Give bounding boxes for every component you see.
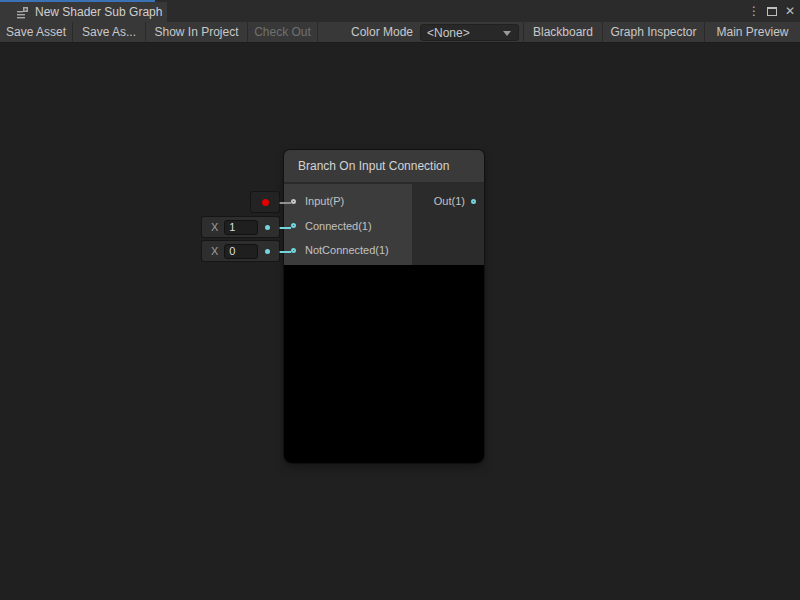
port-row-notconnected: NotConnected(1) <box>284 238 412 263</box>
connected-default-widget: X <box>202 217 279 237</box>
window-controls: ⋮ ✕ <box>746 0 798 22</box>
tab-title: New Shader Sub Graph <box>35 5 162 19</box>
color-mode-label: Color Mode <box>351 22 420 42</box>
check-out-button: Check Out <box>248 22 318 42</box>
show-in-project-button[interactable]: Show In Project <box>146 22 248 42</box>
x-field-label: X <box>211 221 218 233</box>
node-title-bar[interactable]: Branch On Input Connection <box>284 150 484 184</box>
x-field-label: X <box>211 245 218 257</box>
input-default-widget[interactable] <box>251 192 279 212</box>
node-preview-area <box>284 265 484 463</box>
save-as-button[interactable]: Save As... <box>73 22 146 42</box>
connected-value-input[interactable] <box>224 220 258 235</box>
shader-graph-window: New Shader Sub Graph ⋮ ✕ Save Asset Save… <box>0 0 800 600</box>
output-ports: Out(1) <box>412 184 484 265</box>
save-asset-button[interactable]: Save Asset <box>0 22 73 42</box>
teal-dot-icon <box>265 225 270 230</box>
graph-toolbar: Save Asset Save As... Show In Project Ch… <box>0 22 800 43</box>
graph-inspector-toggle-button[interactable]: Graph Inspector <box>603 22 705 42</box>
input-ports: Input(P) Connected(1) NotConnected(1) <box>284 184 412 265</box>
red-dot-icon <box>262 199 269 206</box>
port-row-connected: Connected(1) <box>284 214 412 239</box>
close-icon[interactable]: ✕ <box>782 2 798 20</box>
node-port-section: Input(P) Connected(1) NotConnected(1) Ou… <box>284 184 484 265</box>
out-port-label: Out(1) <box>434 195 465 207</box>
connected-port-label: Connected(1) <box>305 220 372 232</box>
sub-graph-icon <box>16 6 29 19</box>
out-port-circle[interactable] <box>471 199 476 204</box>
maximize-icon[interactable] <box>764 2 780 20</box>
input-port-label: Input(P) <box>305 195 344 207</box>
notconnected-port-circle[interactable] <box>291 248 296 253</box>
node-title: Branch On Input Connection <box>298 159 449 173</box>
toolbar-spacer <box>318 22 351 42</box>
chevron-down-icon <box>503 31 511 36</box>
input-port-circle[interactable] <box>291 199 296 204</box>
port-row-input: Input(P) <box>284 189 412 214</box>
color-mode-value: <None> <box>427 26 470 40</box>
tab-bar: New Shader Sub Graph ⋮ ✕ <box>0 0 800 22</box>
port-row-out: Out(1) <box>412 189 484 213</box>
teal-dot-icon <box>265 249 270 254</box>
blackboard-toggle-button[interactable]: Blackboard <box>523 22 603 42</box>
notconnected-value-input[interactable] <box>224 244 258 259</box>
notconnected-port-label: NotConnected(1) <box>305 244 389 256</box>
color-mode-dropdown[interactable]: <None> <box>420 24 519 41</box>
window-menu-icon[interactable]: ⋮ <box>746 2 762 20</box>
node-branch-on-input-connection[interactable]: Branch On Input Connection Input(P) Conn… <box>284 150 484 463</box>
connected-port-circle[interactable] <box>291 223 296 228</box>
tab-new-shader-sub-graph[interactable]: New Shader Sub Graph <box>0 2 167 22</box>
notconnected-default-widget: X <box>202 241 279 261</box>
main-preview-toggle-button[interactable]: Main Preview <box>705 22 800 42</box>
